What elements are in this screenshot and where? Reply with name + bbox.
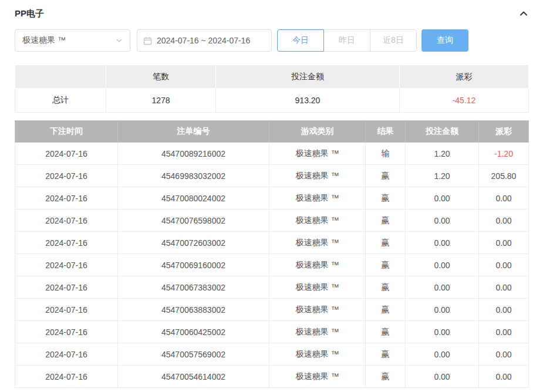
cell-date: 2024-07-16	[15, 254, 118, 276]
table-row: 2024-07-1645470057569002极速糖果 ™赢0.000.00	[15, 343, 529, 366]
chevron-up-icon	[519, 9, 528, 18]
summary-header-row: 笔数 投注金额 派彩	[15, 65, 529, 89]
summary-total-row: 总计 1278 913.20 -45.12	[15, 89, 529, 113]
cell-bet: 0.00	[406, 187, 479, 209]
cell-date: 2024-07-16	[15, 299, 118, 321]
cell-order_id: 45470072603002	[118, 232, 269, 254]
cell-result: 赢	[366, 165, 406, 187]
cell-bet: 0.00	[406, 209, 479, 232]
cell-result: 赢	[366, 366, 406, 388]
cell-game: 极速糖果 ™	[269, 343, 366, 366]
cell-bet: 1.20	[406, 165, 479, 187]
cell-order_id: 45470057569002	[118, 343, 269, 366]
cell-game: 极速糖果 ™	[269, 209, 366, 232]
cell-order_id: 45470054614002	[118, 366, 269, 388]
cell-bet: 0.00	[406, 343, 479, 366]
cell-payout: 0.00	[479, 299, 529, 321]
records-panel: PP电子 极速糖果 ™ 2024-07-16 ~ 2024-07-16 今日	[0, 0, 543, 388]
cell-game: 极速糖果 ™	[269, 143, 366, 165]
cell-date: 2024-07-16	[15, 276, 118, 299]
quick-range-button-group: 今日 昨日 近8日	[277, 29, 417, 52]
cell-result: 赢	[366, 299, 406, 321]
cell-result: 赢	[366, 232, 406, 254]
game-select[interactable]: 极速糖果 ™	[15, 29, 130, 52]
cell-order_id: 45470089216002	[118, 143, 269, 165]
cell-result: 赢	[366, 254, 406, 276]
cell-bet: 0.00	[406, 276, 479, 299]
cell-order_id: 45470060425002	[118, 321, 269, 343]
header-result: 结果	[366, 121, 406, 143]
table-row: 2024-07-1645470063883002极速糖果 ™赢0.000.00	[15, 299, 529, 321]
table-row: 2024-07-1645470054614002极速糖果 ™赢0.000.00	[15, 366, 529, 388]
collapse-panel-button[interactable]	[519, 9, 528, 18]
last-8-days-button[interactable]: 近8日	[370, 29, 417, 52]
cell-order_id: 45470069160002	[118, 254, 269, 276]
header-bet-amount: 投注金额	[406, 121, 479, 143]
cell-payout: 205.80	[479, 165, 529, 187]
bets-table: 下注时间 注单编号 游戏类别 结果 投注金额 派彩 2024-07-164547…	[15, 120, 529, 388]
summary-payout-value: -45.12	[400, 89, 529, 113]
table-row: 2024-07-1645470076598002极速糖果 ™赢0.000.00	[15, 209, 529, 232]
summary-bet-value: 913.20	[216, 89, 400, 113]
cell-bet: 1.20	[406, 143, 479, 165]
cell-date: 2024-07-16	[15, 366, 118, 388]
cell-date: 2024-07-16	[15, 143, 118, 165]
header-bet-time: 下注时间	[15, 121, 118, 143]
cell-game: 极速糖果 ™	[269, 254, 366, 276]
date-range-picker[interactable]: 2024-07-16 ~ 2024-07-16	[137, 29, 272, 52]
cell-result: 赢	[366, 187, 406, 209]
bets-header-row: 下注时间 注单编号 游戏类别 结果 投注金额 派彩	[15, 121, 529, 143]
header-payout: 派彩	[479, 121, 529, 143]
cell-date: 2024-07-16	[15, 232, 118, 254]
summary-count-value: 1278	[106, 89, 216, 113]
filter-bar: 极速糖果 ™ 2024-07-16 ~ 2024-07-16 今日 昨日 近8日…	[15, 29, 528, 52]
cell-date: 2024-07-16	[15, 165, 118, 187]
cell-result: 赢	[366, 276, 406, 299]
cell-result: 赢	[366, 209, 406, 232]
cell-order_id: 45470067383002	[118, 276, 269, 299]
cell-payout: -1.20	[479, 143, 529, 165]
table-row: 2024-07-1645470089216002极速糖果 ™输1.20-1.20	[15, 143, 529, 165]
header-order-id: 注单编号	[118, 121, 269, 143]
cell-payout: 0.00	[479, 343, 529, 366]
header-game-type: 游戏类别	[269, 121, 366, 143]
cell-order_id: 45470063883002	[118, 299, 269, 321]
table-row: 2024-07-1645470080024002极速糖果 ™赢0.000.00	[15, 187, 529, 209]
cell-bet: 0.00	[406, 366, 479, 388]
cell-payout: 0.00	[479, 232, 529, 254]
cell-game: 极速糖果 ™	[269, 165, 366, 187]
summary-total-label: 总计	[15, 89, 106, 113]
summary-header-empty	[15, 65, 106, 89]
game-select-value: 极速糖果 ™	[22, 35, 66, 46]
search-button[interactable]: 查询	[421, 29, 468, 52]
cell-game: 极速糖果 ™	[269, 187, 366, 209]
cell-game: 极速糖果 ™	[269, 299, 366, 321]
cell-game: 极速糖果 ™	[269, 321, 366, 343]
today-button[interactable]: 今日	[277, 29, 324, 52]
cell-date: 2024-07-16	[15, 209, 118, 232]
cell-date: 2024-07-16	[15, 321, 118, 343]
cell-bet: 0.00	[406, 321, 479, 343]
chevron-down-icon	[116, 37, 123, 44]
table-row: 2024-07-1645470067383002极速糖果 ™赢0.000.00	[15, 276, 529, 299]
cell-game: 极速糖果 ™	[269, 276, 366, 299]
cell-payout: 0.00	[479, 254, 529, 276]
yesterday-button[interactable]: 昨日	[323, 29, 370, 52]
cell-payout: 0.00	[479, 209, 529, 232]
cell-order_id: 45470080024002	[118, 187, 269, 209]
cell-game: 极速糖果 ™	[269, 232, 366, 254]
summary-table: 笔数 投注金额 派彩 总计 1278 913.20 -45.12	[15, 65, 529, 113]
cell-payout: 0.00	[479, 321, 529, 343]
cell-date: 2024-07-16	[15, 343, 118, 366]
cell-bet: 0.00	[406, 232, 479, 254]
page-title: PP电子	[15, 8, 44, 19]
cell-bet: 0.00	[406, 254, 479, 276]
cell-date: 2024-07-16	[15, 187, 118, 209]
cell-result: 赢	[366, 321, 406, 343]
cell-order_id: 45469983032002	[118, 165, 269, 187]
summary-header-bet: 投注金额	[216, 65, 400, 89]
summary-header-count: 笔数	[106, 65, 216, 89]
bet-table-body: 2024-07-1645470089216002极速糖果 ™输1.20-1.20…	[15, 143, 529, 388]
summary-header-payout: 派彩	[400, 65, 529, 89]
table-row: 2024-07-1645470069160002极速糖果 ™赢0.000.00	[15, 254, 529, 276]
